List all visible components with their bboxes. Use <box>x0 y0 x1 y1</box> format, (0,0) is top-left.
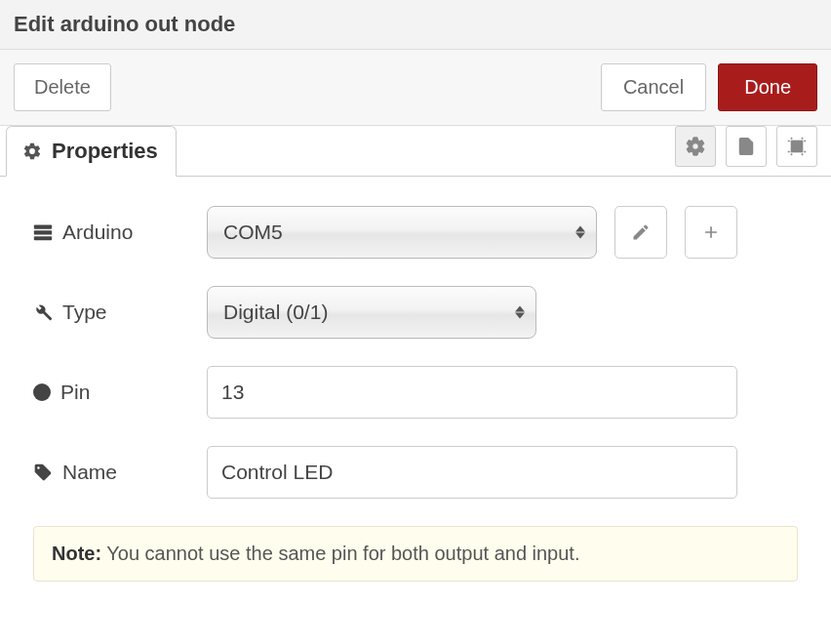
plus-icon <box>701 222 721 242</box>
add-config-button[interactable] <box>685 206 737 259</box>
svg-rect-13 <box>34 236 52 240</box>
description-tab-button[interactable] <box>726 126 767 167</box>
tabs-bar: Properties <box>0 125 831 177</box>
svg-rect-11 <box>34 225 52 229</box>
type-select-value: Digital (0/1) <box>223 301 328 324</box>
arduino-select-value: COM5 <box>223 221 283 244</box>
dialog-title: Edit arduino out node <box>14 12 817 37</box>
settings-tab-button[interactable] <box>675 126 716 167</box>
svg-rect-12 <box>34 230 52 234</box>
name-row: Name <box>33 446 798 499</box>
layout-icon <box>786 136 808 157</box>
note-box: Note: You cannot use the same pin for bo… <box>33 526 798 582</box>
svg-rect-2 <box>792 141 803 152</box>
edit-config-button[interactable] <box>614 206 667 259</box>
name-input[interactable] <box>207 446 737 499</box>
pin-label: Pin <box>33 381 207 404</box>
name-label: Name <box>33 461 207 484</box>
type-select[interactable]: Digital (0/1) <box>207 286 536 339</box>
arduino-row: Arduino COM5 <box>33 206 798 259</box>
cancel-button[interactable]: Cancel <box>601 63 706 111</box>
note-text: You cannot use the same pin for both out… <box>101 543 579 564</box>
type-label: Type <box>33 301 207 324</box>
server-icon <box>33 223 53 241</box>
form-body: Arduino COM5 Type Digital (0/1) <box>0 177 831 611</box>
action-bar: Delete Cancel Done <box>0 50 831 126</box>
pin-input[interactable] <box>207 366 737 419</box>
file-icon <box>735 136 757 157</box>
tab-properties-label: Properties <box>52 139 158 164</box>
note-prefix: Note: <box>52 543 101 564</box>
wrench-icon <box>33 302 53 322</box>
dialog-header: Edit arduino out node <box>0 0 831 50</box>
type-row: Type Digital (0/1) <box>33 286 798 339</box>
tab-properties[interactable]: Properties <box>6 126 177 177</box>
gear-icon <box>22 141 42 161</box>
arduino-select[interactable]: COM5 <box>207 206 597 259</box>
circle-icon <box>33 383 51 401</box>
tag-icon <box>33 463 53 482</box>
delete-button[interactable]: Delete <box>14 63 111 111</box>
pin-row: Pin <box>33 366 798 419</box>
done-button[interactable]: Done <box>718 63 817 111</box>
arduino-label: Arduino <box>33 221 207 244</box>
gear-icon <box>685 136 706 157</box>
appearance-tab-button[interactable] <box>776 126 817 167</box>
pencil-icon <box>631 222 651 242</box>
